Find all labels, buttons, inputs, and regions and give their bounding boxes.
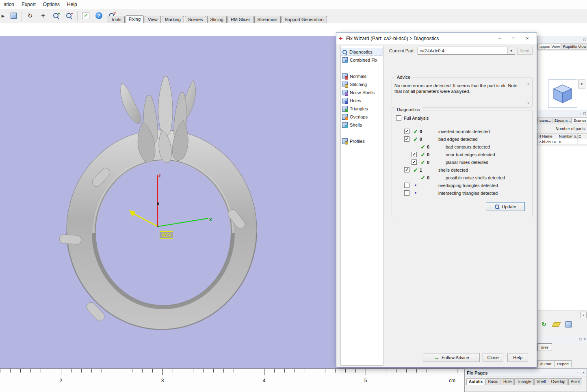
pan-view-button[interactable]: + — [37, 10, 49, 22]
ribbon-tab-view[interactable]: View — [145, 16, 161, 23]
wizard-nav-profiles[interactable]: Profiles — [341, 137, 383, 145]
refresh-parts-button[interactable]: ↻ — [539, 320, 549, 329]
current-part-select[interactable]: ca2-bl-dc0.4 ▾ — [418, 47, 515, 55]
shells-detected-checkbox[interactable] — [404, 167, 409, 172]
pin-icon[interactable]: – — [579, 111, 582, 116]
inverted-normals-detected-checkbox[interactable] — [404, 129, 409, 134]
diagnostics-label: Diagnostics — [349, 50, 373, 54]
help-button-toolbar[interactable]: ? — [93, 10, 104, 22]
blue-dot-icon: • — [415, 182, 417, 188]
ribbon-tab-marking[interactable]: Marking — [162, 16, 184, 23]
wizard-nav-holes[interactable]: Holes — [341, 97, 383, 105]
wizard-nav-shells[interactable]: Shells — [341, 121, 383, 129]
left-horn-prong — [121, 83, 141, 124]
current-part-label: Current Part: — [389, 48, 418, 53]
pin-icon[interactable]: – — [579, 37, 582, 42]
view-tab-rapidfix-view[interactable]: Rapidfix View — [561, 44, 587, 50]
menu-item-ation[interactable]: ation — [0, 0, 18, 9]
fix-pages-tab-shell[interactable]: Shell — [534, 378, 548, 385]
help-button[interactable]: Help — [507, 353, 528, 362]
minimize-button[interactable]: – — [493, 34, 507, 43]
ruler-number: 4 — [263, 378, 266, 383]
wizard-nav-normals[interactable]: Normals — [341, 72, 383, 80]
planar-holes-detected-checkbox[interactable] — [412, 159, 417, 165]
view-options-dropdown[interactable]: ▾ — [578, 80, 585, 88]
wizard-nav-group: Profiles — [341, 137, 383, 145]
view-tab-upport-view[interactable]: upport View — [537, 44, 561, 50]
full-analysis-checkbox[interactable] — [396, 115, 401, 121]
intersecting-triangles-detected-checkbox[interactable] — [404, 190, 409, 196]
diagnostic-label: bad contours detected — [446, 144, 490, 149]
green-check-icon: ✓ — [420, 151, 425, 158]
menu-item-options[interactable]: Options — [39, 0, 63, 9]
parts-table-row[interactable]: 2-bl-dc0.40 — [538, 139, 587, 145]
fix-pages-title: Fix Pages — [467, 370, 578, 375]
advice-scrollbar[interactable]: ∧ ∨ — [526, 82, 531, 105]
scene-tab-eami[interactable]: eami... — [537, 118, 552, 123]
current-part-row: Current Part: ca2-bl-dc0.4 ▾ Next — [389, 46, 533, 56]
ribbon-tab-rm-slicer[interactable]: RM Slicer — [227, 16, 253, 23]
wizard-nav-diagnostics[interactable]: Diagnostics — [341, 48, 383, 56]
fix-pages-tab-autofix[interactable]: Autofix — [466, 378, 485, 385]
follow-advice-label: Follow Advice — [442, 355, 469, 360]
zoom-out-button[interactable]: – — [63, 10, 75, 22]
part-cube-icon — [11, 13, 17, 19]
dock-icon[interactable]: □ — [579, 337, 582, 341]
overlapping-triangles-detected-checkbox[interactable] — [404, 183, 409, 188]
wizard-nav-stitching[interactable]: Stitching — [341, 80, 383, 88]
orientation-button[interactable] — [563, 320, 573, 329]
fixtures-tab[interactable]: ures — [537, 343, 552, 351]
platform-button[interactable] — [551, 320, 561, 329]
verify-button[interactable]: ✓ — [80, 10, 91, 22]
fix-pages-tab-basic[interactable]: Basic — [485, 378, 500, 385]
close-button-window[interactable]: × — [520, 34, 534, 43]
ruler-major-tick — [61, 369, 61, 375]
toolbar-partial-icon[interactable]: ▸ — [0, 10, 6, 22]
scroll-down-icon[interactable]: ∨ — [527, 101, 530, 105]
scene-tab-scenes[interactable]: Scenes — [572, 118, 587, 123]
triangles-label: Triangles — [350, 106, 368, 111]
ribbon-tab-tools[interactable]: Tools — [108, 16, 125, 23]
isometric-view-button[interactable] — [548, 80, 577, 108]
fix-pages-tab-overlap[interactable]: Overlap — [549, 378, 568, 385]
axes-cube-icon — [565, 321, 572, 327]
dock-icon[interactable]: □ — [583, 37, 586, 42]
fix-pages-tab-hole[interactable]: Hole — [501, 378, 514, 385]
menu-item-help[interactable]: Help — [63, 0, 81, 9]
bad-edges-detected-checkbox[interactable] — [404, 136, 409, 142]
dock-icon[interactable]: □ — [583, 111, 586, 116]
ribbon-tab-support-generation[interactable]: Support Generation — [282, 16, 327, 23]
ribbon-tab-fixing[interactable]: Fixing — [126, 15, 144, 23]
scroll-up-icon[interactable]: ∧ — [527, 82, 530, 86]
near-bad-edges-detected-checkbox[interactable] — [412, 152, 417, 157]
expand-right-button[interactable]: › — [580, 312, 587, 318]
fix-pages-tab-triangle[interactable]: Triangle — [514, 378, 534, 385]
ribbon-tab-slicing[interactable]: Slicing — [207, 16, 227, 23]
normals-label: Normals — [350, 74, 366, 79]
select-part-button[interactable] — [8, 10, 19, 22]
zoom-in-button[interactable]: + — [50, 10, 62, 22]
bottom-tab-al-part[interactable]: al Part — [537, 360, 554, 367]
wizard-nav-overlaps[interactable]: Overlaps — [341, 113, 383, 121]
bottom-tab-report[interactable]: Report — [554, 360, 572, 367]
wizard-nav-noise-shells[interactable]: Noise Shells — [341, 88, 383, 97]
scene-tab-streami[interactable]: Streami... — [552, 118, 571, 123]
ribbon-tab-streamics[interactable]: Streamics — [254, 16, 281, 23]
fix-pages-tab-point[interactable]: Point — [568, 378, 583, 385]
diagnostic-label: overlapping triangles detected — [438, 183, 498, 188]
dialog-title-bar[interactable]: + Fix Wizard (Part: ca2-bl-dc0) > Diagno… — [336, 33, 537, 44]
close-icon[interactable]: × — [583, 337, 586, 341]
diagnostic-label: intersecting triangles detected — [438, 191, 498, 196]
follow-advice-button[interactable]: → Follow Advice — [423, 353, 480, 362]
close-icon[interactable]: × — [582, 370, 585, 375]
wizard-nav-triangles[interactable]: Triangles — [341, 105, 383, 113]
wizard-nav-combined-fix[interactable]: Combined Fix — [341, 56, 383, 64]
menu-item-export[interactable]: Export — [18, 0, 39, 9]
parts-table-header: E — [578, 134, 587, 139]
x-axis-label: x — [209, 217, 212, 222]
ribbon-tab-scenes[interactable]: Scenes — [185, 16, 206, 23]
rotate-view-button[interactable]: ↻ — [24, 10, 36, 22]
dock-icon[interactable]: □ — [578, 370, 580, 375]
update-button[interactable]: Update — [486, 202, 525, 211]
close-button[interactable]: Close — [483, 353, 503, 362]
